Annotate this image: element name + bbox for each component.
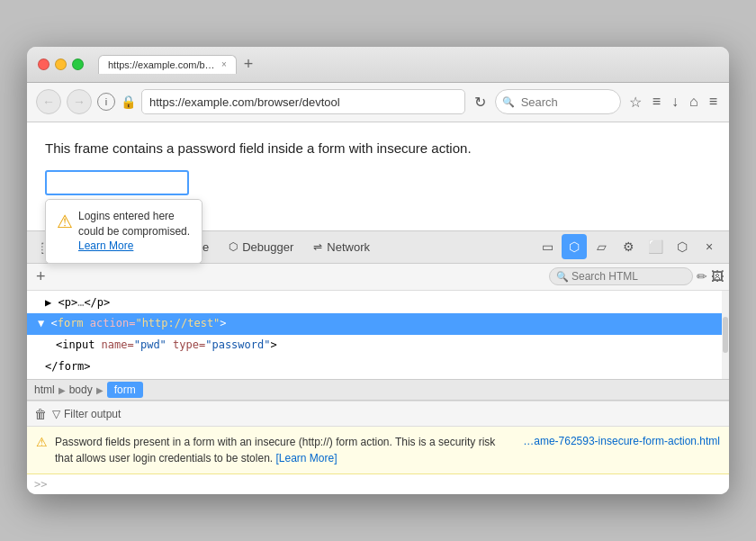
url-input[interactable] (141, 89, 465, 114)
password-input[interactable] (45, 170, 189, 195)
tab-network[interactable]: ⇌ Network (304, 237, 379, 257)
tab-title: https://example.com/browser/dev (108, 59, 216, 70)
filter-icon: ▽ (52, 408, 60, 420)
search-wrapper: 🔍 (495, 89, 621, 114)
attr-name-name: name= (102, 338, 134, 351)
minimize-button[interactable] (55, 59, 67, 70)
html-toolbar: + 🔍 ✏ 🖼 (27, 264, 729, 291)
console-input-row: >> (27, 474, 729, 494)
warning-learn-more-link[interactable]: [Learn More] (275, 452, 337, 464)
tab-close-button[interactable]: × (221, 59, 227, 69)
warning-triangle-icon: ⚠ (36, 435, 48, 466)
network-tab-label: Network (327, 240, 370, 254)
tooltip-learn-more[interactable]: Learn More (78, 239, 133, 252)
lock-icon: 🔒 (121, 95, 136, 109)
html-screenshot-button[interactable]: 🖼 (711, 269, 724, 284)
debugger-tab-label: Debugger (242, 240, 293, 254)
html-tree-scrollbar[interactable] (722, 291, 729, 379)
tab-bar: https://example.com/browser/dev × + (98, 55, 718, 74)
tab-debugger[interactable]: ⬡ Debugger (220, 237, 302, 257)
nav-bar: ← → i 🔒 ↻ 🔍 ☆ ≡ ↓ ⌂ ≡ (27, 83, 729, 122)
traffic-lights (38, 59, 84, 70)
active-tab[interactable]: https://example.com/browser/dev × (98, 55, 237, 74)
tooltip-text: Logins entered here could be compromised… (78, 209, 190, 254)
tag-p: <p> (58, 296, 77, 309)
warning-file-link[interactable]: …ame-762593-insecure-form-action.html (523, 435, 720, 447)
screenshot-button[interactable]: ⬡ (562, 234, 587, 259)
page-content: This frame contains a password field ins… (27, 122, 729, 230)
back-icon: ← (42, 95, 55, 109)
tooltip-line1: Logins entered here (78, 210, 175, 222)
menu-icon[interactable]: ≡ (706, 94, 720, 110)
tooltip-content: ⚠ Logins entered here could be compromis… (57, 209, 191, 254)
html-row-form[interactable]: ▼ <form action="http://test"> (27, 313, 729, 335)
devtools-panel: ⬚ ⬡ Inspector ▭ Console ⬡ Debugger ⇌ Net… (27, 230, 729, 494)
mobile-button[interactable]: ▱ (589, 234, 614, 259)
responsive-button[interactable]: ▭ (535, 234, 560, 259)
split-button[interactable]: ⬜ (643, 234, 668, 259)
attr-action-name: action= (90, 317, 136, 329)
title-bar: https://example.com/browser/dev × + (27, 47, 729, 83)
scrollbar-thumb[interactable] (723, 317, 728, 353)
filter-wrapper: ▽ Filter output (52, 408, 121, 420)
search-icon: 🔍 (502, 96, 515, 108)
devtools-right-icons: ▭ ⬡ ▱ ⚙ ⬜ ⬡ × (535, 234, 722, 259)
add-node-button[interactable]: + (32, 267, 50, 286)
back-button[interactable]: ← (36, 89, 61, 114)
close-button[interactable] (38, 59, 50, 70)
tag-form-close: </form> (45, 360, 91, 373)
attr-type-name: type= (173, 338, 205, 351)
html-search-input[interactable] (572, 270, 685, 283)
maximize-button[interactable] (72, 59, 84, 70)
breadcrumb-body[interactable]: body (69, 383, 93, 396)
console-area: 🗑 ▽ Filter output ⚠ Password fields pres… (27, 401, 729, 494)
info-icon: i (105, 96, 107, 107)
debugger-tab-icon: ⬡ (229, 240, 238, 253)
close-devtools-button[interactable]: × (697, 234, 722, 259)
breadcrumb-form[interactable]: form (107, 382, 143, 398)
html-row-input[interactable]: <input name="pwd" type="password"> (27, 335, 729, 356)
trash-icon[interactable]: 🗑 (34, 407, 47, 421)
console-input[interactable] (50, 478, 722, 491)
reload-button[interactable]: ↻ (471, 94, 490, 111)
html-search-wrapper: 🔍 (549, 267, 693, 285)
home-icon[interactable]: ⌂ (687, 94, 701, 110)
tag-form: form (58, 317, 84, 329)
warning-shield-icon: ⚠ (57, 211, 73, 232)
detach-button[interactable]: ⬡ (670, 234, 695, 259)
tag-input: input (62, 338, 94, 351)
new-tab-button[interactable]: + (240, 55, 257, 74)
page-text: This frame contains a password field ins… (45, 140, 711, 156)
network-tab-icon: ⇌ (313, 240, 322, 253)
bookmark-icon[interactable]: ☆ (626, 94, 644, 111)
html-tree-scroll-area: ▶ <p>…</p> ▼ <form action="http://test">… (27, 291, 729, 379)
attr-name-value: "pwd" (134, 338, 166, 351)
tag-p-close: </p> (84, 296, 110, 309)
tooltip-line2: could be compromised. (78, 225, 190, 238)
forward-button[interactable]: → (67, 89, 92, 114)
attr-type-value: "password" (205, 338, 270, 351)
filter-label: Filter output (64, 408, 121, 420)
console-toolbar: 🗑 ▽ Filter output (27, 401, 729, 427)
settings-button[interactable]: ⚙ (616, 234, 641, 259)
breadcrumb-html[interactable]: html (34, 383, 55, 396)
breadcrumb-arrow-1: ▶ (58, 385, 66, 395)
info-button[interactable]: i (97, 93, 115, 111)
reading-icon[interactable]: ≡ (650, 94, 663, 110)
breadcrumb: html ▶ body ▶ form (27, 379, 729, 401)
warning-message: Password fields present in a form with a… (55, 434, 516, 466)
html-tree: ▶ <p>…</p> ▼ <form action="http://test">… (27, 291, 729, 379)
search-input[interactable] (495, 89, 621, 114)
html-row-form-close[interactable]: </form> (27, 356, 729, 378)
security-tooltip: ⚠ Logins entered here could be compromis… (45, 199, 202, 264)
browser-window: https://example.com/browser/dev × + ← → … (27, 47, 729, 494)
console-chevron-icon: >> (34, 478, 47, 491)
forward-icon: → (73, 95, 86, 109)
warning-row: ⚠ Password fields present in a form with… (27, 427, 729, 474)
password-field-wrapper: ⚠ Logins entered here could be compromis… (45, 170, 189, 195)
html-edit-button[interactable]: ✏ (697, 269, 707, 284)
html-search-icon: 🔍 (556, 271, 569, 283)
download-icon[interactable]: ↓ (669, 94, 681, 110)
attr-action-value: "http://test" (135, 317, 220, 329)
html-row-p[interactable]: ▶ <p>…</p> (27, 293, 729, 314)
